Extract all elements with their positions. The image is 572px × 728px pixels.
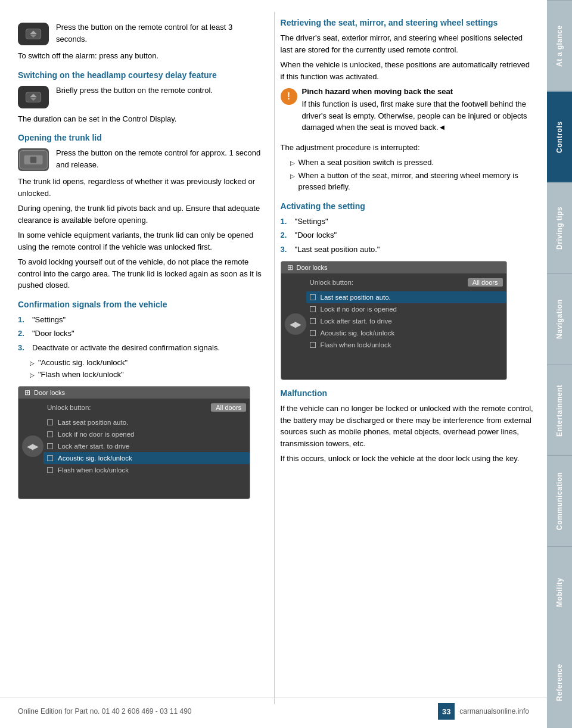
checkbox-0 — [47, 419, 53, 425]
confirmation-step-3: 3. Deactivate or activate the desired co… — [18, 342, 262, 354]
sidebar-tab-reference[interactable]: Reference — [547, 637, 572, 728]
screen-left-row-2: Lock after start. to drive — [47, 440, 246, 452]
activating-text-2: "Door locks" — [295, 229, 337, 241]
screen-left-title: Door locks — [34, 389, 65, 396]
confirmation-sub-2: "Flash when lock/unlock" — [30, 369, 262, 381]
confirmation-steps-list: 1. "Settings" 2. "Door locks" 3. Deactiv… — [18, 314, 262, 354]
sidebar: At a glance Controls Driving tips Naviga… — [547, 0, 572, 728]
screen-nav-left: ◀ ▶ — [22, 435, 43, 457]
screen-left-wrapper: ⊞ Door locks ◀ ▶ Unlock button: All door… — [18, 386, 262, 499]
confirmation-step-2: 2. "Door locks" — [18, 328, 262, 340]
checkbox-r-4 — [310, 342, 316, 348]
interruption-list: When a seat position switch is pressed. … — [281, 157, 535, 193]
screen-left-unlock-row: Unlock button: All doors — [47, 401, 246, 414]
malfunction-para-0: If the vehicle can no longer be locked o… — [281, 403, 535, 449]
warning-content: Pinch hazard when moving back the seat I… — [302, 87, 535, 137]
screen-title-icon-left: ⊞ — [24, 388, 30, 397]
screen-right-wrapper: ⊞ Door locks ◀ ▶ Unlock button: All door… — [281, 261, 535, 380]
screen-left-unlock-label: Unlock button: — [47, 404, 91, 411]
sidebar-tab-controls[interactable]: Controls — [547, 91, 572, 182]
website-text: carmanualsonline.info — [459, 707, 529, 715]
screen-right-row-1: Lock if no door is opened — [310, 303, 503, 315]
screen-title-icon-right: ⊞ — [287, 263, 293, 272]
confirmation-step-1: 1. "Settings" — [18, 314, 262, 326]
screen-right-unlock-value: All doors — [468, 278, 503, 287]
intro-instruction-text: Press the button on the remote control f… — [56, 21, 262, 45]
trunk-icon — [18, 148, 49, 171]
headlamp-instruction-text: Briefly press the button on the remote c… — [56, 85, 213, 97]
warning-box: ! Pinch hazard when moving back the seat… — [281, 87, 535, 137]
trunk-para-3: To avoid locking yourself out of the veh… — [18, 256, 262, 291]
screen-right-unlock-row: Unlock button: All doors — [310, 276, 503, 289]
sidebar-tab-mobility[interactable]: Mobility — [547, 546, 572, 637]
activating-step-2: 2. "Door locks" — [281, 229, 535, 241]
confirmation-sub-list: "Acoustic sig. lock/unlock" "Flash when … — [18, 357, 262, 380]
screen-left-row-3-highlighted: Acoustic sig. lock/unlock — [43, 452, 250, 464]
activating-num-1: 1. — [281, 216, 293, 228]
checkbox-r-3 — [310, 330, 316, 336]
screen-right-titlebar: ⊞ Door locks — [281, 262, 506, 273]
trunk-para-2: In some vehicle equipment variants, the … — [18, 229, 262, 253]
checkbox-1 — [47, 431, 53, 437]
headlamp-instruction: Briefly press the button on the remote c… — [18, 85, 262, 108]
screen-left-unlock-value: All doors — [211, 403, 246, 412]
screen-right-row-4: Flash when lock/unlock — [310, 339, 503, 351]
checkbox-r-2 — [310, 318, 316, 324]
interruption-item-1: When a button of the seat, mirror, and s… — [290, 170, 535, 193]
sidebar-tab-navigation[interactable]: Navigation — [547, 273, 572, 365]
intro-instruction: Press the button on the remote control f… — [18, 21, 262, 45]
sidebar-tab-at-a-glance[interactable]: At a glance — [547, 0, 572, 91]
trunk-section-heading: Opening the trunk lid — [18, 133, 262, 142]
headlamp-section-heading: Switching on the headlamp courtesy delay… — [18, 70, 262, 80]
sidebar-tab-driving-tips[interactable]: Driving tips — [547, 182, 572, 273]
screen-right: ⊞ Door locks ◀ ▶ Unlock button: All door… — [281, 261, 507, 380]
screen-right-unlock-label: Unlock button: — [310, 279, 354, 286]
warning-icon: ! — [281, 88, 297, 105]
remote-icon-large — [18, 23, 49, 45]
checkbox-r-1 — [310, 306, 316, 312]
headlamp-body: The duration can be set in the Control D… — [18, 113, 262, 125]
checkbox-2 — [47, 443, 53, 449]
svg-rect-8 — [30, 157, 36, 163]
page-footer: Online Edition for Part no. 01 40 2 606 … — [0, 698, 547, 720]
warning-detail: If this function is used, first make sur… — [302, 98, 535, 133]
step-text-2: "Door locks" — [32, 328, 74, 340]
screen-left-row-1: Lock if no door is opened — [47, 428, 246, 440]
screen-left-row-4: Flash when lock/unlock — [47, 464, 246, 476]
trunk-instruction: Press the button on the remote control f… — [18, 147, 262, 171]
activating-step-1: 1. "Settings" — [281, 216, 535, 228]
checkbox-3 — [47, 455, 53, 461]
trunk-para-0: The trunk lid opens, regardless of wheth… — [18, 176, 262, 199]
confirmation-section-heading: Confirmation signals from the vehicle — [18, 300, 262, 309]
interruption-text: The adjustment procedure is interrupted: — [281, 142, 535, 154]
warning-title: Pinch hazard when moving back the seat — [302, 87, 535, 96]
interruption-item-0: When a seat position switch is pressed. — [290, 157, 535, 169]
sidebar-tab-entertainment[interactable]: Entertainment — [547, 365, 572, 456]
activating-text-1: "Settings" — [295, 216, 328, 228]
screen-left: ⊞ Door locks ◀ ▶ Unlock button: All door… — [18, 386, 250, 499]
alarm-text: To switch off the alarm: press any butto… — [18, 50, 262, 62]
checkbox-r-0 — [310, 294, 316, 300]
screen-left-titlebar: ⊞ Door locks — [18, 387, 250, 399]
activating-text-3: "Last seat position auto." — [295, 244, 380, 256]
activating-step-3: 3. "Last seat position auto." — [281, 244, 535, 256]
screen-nav-right: ◀ ▶ — [285, 313, 306, 335]
checkbox-4 — [47, 467, 53, 473]
retrieving-section-heading: Retrieving the seat, mirror, and steerin… — [281, 18, 535, 27]
trunk-instruction-text: Press the button on the remote control f… — [56, 147, 262, 170]
screen-right-row-3: Acoustic sig. lock/unlock — [310, 327, 503, 339]
activating-num-2: 2. — [281, 229, 293, 241]
remote-icon-small — [18, 86, 49, 108]
screen-left-row-0: Last seat position auto. — [47, 416, 246, 428]
activating-steps-list: 1. "Settings" 2. "Door locks" 3. "Last s… — [281, 216, 535, 256]
page-number: 33 — [438, 703, 455, 720]
confirmation-sub-1: "Acoustic sig. lock/unlock" — [30, 357, 262, 369]
step-num-1: 1. — [18, 314, 30, 326]
screen-right-row-0-highlighted: Last seat position auto. — [306, 291, 506, 303]
step-num-3: 3. — [18, 342, 30, 354]
trunk-para-1: During opening, the trunk lid pivots bac… — [18, 203, 262, 226]
activating-section-heading: Activating the setting — [281, 201, 535, 211]
step-text-3: Deactivate or activate the desired confi… — [32, 342, 220, 354]
sidebar-tab-communication[interactable]: Communication — [547, 455, 572, 546]
retrieving-para-1: When the vehicle is unlocked, these posi… — [281, 59, 535, 82]
